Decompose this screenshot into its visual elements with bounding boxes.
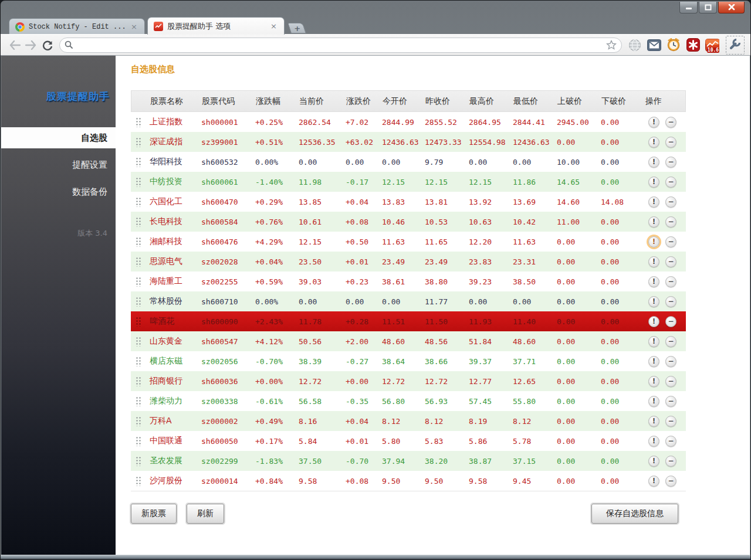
drag-handle[interactable] xyxy=(131,416,148,426)
drag-handle[interactable] xyxy=(131,117,148,127)
tab-close-icon[interactable]: × xyxy=(269,21,278,31)
back-button[interactable] xyxy=(6,38,23,53)
stock-row-sh600050[interactable]: 中国联通sh600050+0.17%5.84+0.015.805.835.865… xyxy=(131,431,686,451)
drag-handle[interactable] xyxy=(131,137,148,147)
alert-button[interactable]: ! xyxy=(648,296,659,307)
stock-row-sh600061[interactable]: 中纺投资sh600061-1.40%11.98-0.1712.1512.1512… xyxy=(131,172,686,192)
drag-handle[interactable] xyxy=(131,376,148,386)
alert-button[interactable]: ! xyxy=(648,216,659,228)
forward-button[interactable] xyxy=(23,38,39,53)
alert-button[interactable]: ! xyxy=(648,137,659,148)
asterisk-extension-button[interactable] xyxy=(686,38,700,52)
drag-handle[interactable] xyxy=(131,217,148,227)
drag-handle[interactable] xyxy=(131,157,148,167)
drag-handle[interactable] xyxy=(131,197,148,207)
drag-handle[interactable] xyxy=(131,297,148,307)
alert-button[interactable]: ! xyxy=(648,256,659,267)
alert-button[interactable]: ! xyxy=(648,436,659,447)
stock-row-sz000338[interactable]: 潍柴动力sz000338-0.61%56.58-0.3556.8056.9357… xyxy=(131,391,686,411)
remove-button[interactable]: − xyxy=(665,376,676,387)
stock-row-sz002299[interactable]: 圣农发展sz002299-1.83%37.50-0.7037.9438.2038… xyxy=(131,451,686,471)
stock-row-sh600584[interactable]: 长电科技sh600584+0.76%10.61+0.0810.4610.5310… xyxy=(131,212,686,232)
alert-button[interactable]: ! xyxy=(648,456,659,467)
alert-button[interactable]: ! xyxy=(648,476,659,487)
stock-extension-button[interactable]: 10.6 xyxy=(705,38,719,52)
remove-button[interactable]: − xyxy=(665,177,676,188)
stock-row-sh600547[interactable]: 山东黄金sh600547+4.12%50.56+2.0048.6048.5651… xyxy=(131,331,686,351)
alert-button[interactable]: ! xyxy=(648,117,659,128)
remove-button[interactable]: − xyxy=(665,456,676,467)
alert-button[interactable]: ! xyxy=(648,356,659,367)
alarm-extension-button[interactable] xyxy=(667,38,681,52)
remove-button[interactable]: − xyxy=(665,436,676,447)
remove-button[interactable]: − xyxy=(665,336,676,347)
sidebar-item-数据备份[interactable]: 数据备份 xyxy=(1,181,116,202)
alert-button[interactable]: ! xyxy=(648,236,659,247)
remove-button[interactable]: − xyxy=(665,236,676,247)
alert-button[interactable]: ! xyxy=(648,376,659,387)
stock-row-sh600532[interactable]: 华阳科技sh6005320.00%0.000.000.009.790.000.0… xyxy=(131,152,686,172)
alert-button[interactable]: ! xyxy=(648,276,659,287)
alert-button[interactable]: ! xyxy=(648,416,659,427)
drag-handle[interactable] xyxy=(131,456,148,466)
alert-button[interactable]: ! xyxy=(648,316,659,327)
sidebar-item-自选股[interactable]: 自选股 xyxy=(1,127,116,148)
stock-row-sz002056[interactable]: 横店东磁sz002056-0.70%38.39-0.2738.6438.6639… xyxy=(131,351,686,371)
tab-stock-options[interactable]: 股票提醒助手 选项 × xyxy=(147,17,285,35)
tab-close-icon[interactable]: × xyxy=(130,22,138,32)
close-button[interactable] xyxy=(718,2,745,13)
remove-button[interactable]: − xyxy=(665,276,676,287)
reload-button[interactable] xyxy=(39,38,56,53)
stock-row-sh600036[interactable]: 招商银行sh600036+0.00%12.72+0.0012.7212.7212… xyxy=(131,371,686,391)
alert-button[interactable]: ! xyxy=(648,396,659,407)
remove-button[interactable]: − xyxy=(665,476,676,487)
remove-button[interactable]: − xyxy=(665,316,676,327)
maximize-button[interactable] xyxy=(699,2,717,13)
drag-handle[interactable] xyxy=(131,436,148,446)
remove-button[interactable]: − xyxy=(665,117,676,128)
bookmark-star-icon[interactable] xyxy=(606,40,617,50)
globe-extension-button[interactable] xyxy=(628,38,642,52)
minimize-button[interactable] xyxy=(679,2,698,13)
stock-row-sh600710[interactable]: 常林股份sh6007100.00%0.000.000.0011.770.000.… xyxy=(131,291,686,311)
stock-row-sh600476[interactable]: 湘邮科技sh600476+4.29%12.15+0.5011.6311.6512… xyxy=(131,232,686,252)
remove-button[interactable]: − xyxy=(665,296,676,307)
stock-row-sh000001[interactable]: 上证指数sh000001+0.25%2862.54+7.022844.99285… xyxy=(131,112,686,132)
new-tab-button[interactable]: + xyxy=(287,23,306,33)
drag-handle[interactable] xyxy=(131,237,148,247)
stock-row-sz002255[interactable]: 海陆重工sz002255+0.59%39.03+0.2338.6138.8039… xyxy=(131,271,686,291)
url-input[interactable] xyxy=(73,40,606,49)
drag-handle[interactable] xyxy=(131,476,148,486)
alert-button[interactable]: ! xyxy=(648,196,659,208)
alert-button[interactable]: ! xyxy=(648,157,659,168)
stock-row-sz000002[interactable]: 万科Asz000002+0.49%8.16+0.048.128.128.198.… xyxy=(131,411,686,431)
remove-button[interactable]: − xyxy=(665,137,676,148)
stock-row-sz002028[interactable]: 思源电气sz002028+0.04%23.50+0.0123.4923.4923… xyxy=(131,252,686,271)
sidebar-item-提醒设置[interactable]: 提醒设置 xyxy=(1,154,116,175)
refresh-button[interactable]: 刷新 xyxy=(187,504,224,524)
drag-handle[interactable] xyxy=(131,257,148,267)
new-stock-button[interactable]: 新股票 xyxy=(131,504,177,524)
save-watchlist-button[interactable]: 保存自选股信息 xyxy=(591,504,678,524)
tab-stock-notify-edit[interactable]: Stock Notify - Edit ... × xyxy=(9,18,145,35)
stock-row-sz399001[interactable]: 深证成指sz399001+0.51%12536.35+63.0212436.63… xyxy=(131,132,686,152)
remove-button[interactable]: − xyxy=(665,256,676,267)
stock-row-sh600470[interactable]: 六国化工sh600470+0.29%13.85+0.0413.8313.8113… xyxy=(131,192,686,212)
alert-button[interactable]: ! xyxy=(648,336,659,347)
remove-button[interactable]: − xyxy=(665,157,676,168)
remove-button[interactable]: − xyxy=(665,396,676,407)
remove-button[interactable]: − xyxy=(665,416,676,427)
address-bar[interactable] xyxy=(59,38,622,53)
drag-handle[interactable] xyxy=(131,357,148,366)
mail-extension-button[interactable] xyxy=(647,38,661,52)
stock-row-sz000014[interactable]: 沙河股份sz000014+0.84%9.58+0.089.509.509.589… xyxy=(131,471,686,491)
wrench-menu-button[interactable] xyxy=(726,36,745,55)
drag-handle[interactable] xyxy=(131,317,148,327)
drag-handle[interactable] xyxy=(131,177,148,187)
drag-handle[interactable] xyxy=(131,337,148,347)
remove-button[interactable]: − xyxy=(665,196,676,208)
remove-button[interactable]: − xyxy=(665,216,676,228)
stock-row-sh600090[interactable]: 啤酒花sh600090+2.43%11.78+0.2811.5111.5011.… xyxy=(131,311,686,331)
drag-handle[interactable] xyxy=(131,277,148,287)
drag-handle[interactable] xyxy=(131,396,148,406)
